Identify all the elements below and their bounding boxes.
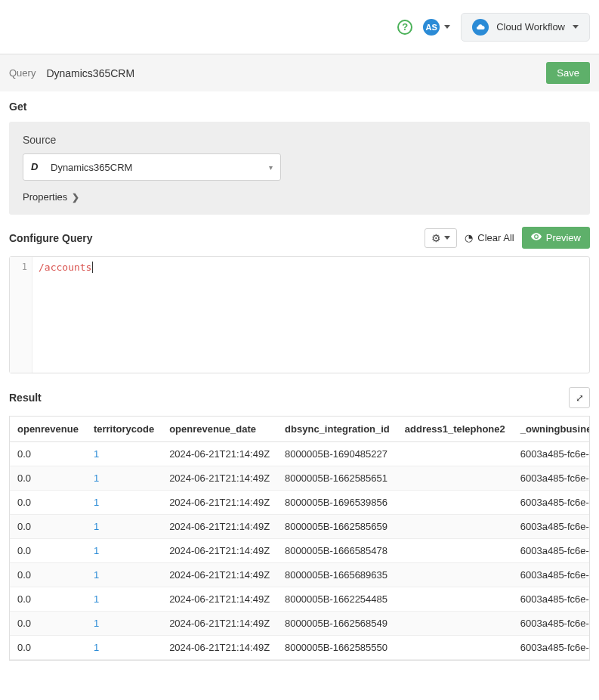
clear-all-label: Clear All [477, 232, 514, 243]
preview-button[interactable]: Preview [522, 227, 590, 249]
query-name: Dynamics365CRM [46, 67, 134, 79]
expand-icon: ⤢ [576, 392, 584, 404]
chevron-down-icon [573, 25, 579, 29]
editor-gutter: 1 [10, 257, 32, 373]
cell-openrevenue_date: 2024-06-21T21:14:49Z [162, 515, 277, 539]
cell-_owningbusiness: 6003a485-fc6e-e [513, 491, 590, 515]
cell-openrevenue_date: 2024-06-21T21:14:49Z [162, 612, 277, 636]
cell-openrevenue_date: 2024-06-21T21:14:49Z [162, 491, 277, 515]
editor-code: /accounts [39, 262, 93, 273]
cell-address1_telephone2 [397, 636, 513, 660]
app-header: ? AS Cloud Workflow [0, 0, 599, 54]
cell-dbsync_integration_id: 8000005B-1662585550 [277, 636, 397, 660]
source-value: Dynamics365CRM [51, 162, 132, 173]
cell-dbsync_integration_id: 8000005B-1662585651 [277, 466, 397, 491]
table-header-row: openrevenue territorycode openrevenue_da… [10, 417, 590, 442]
col-dbsync-integration-id[interactable]: dbsync_integration_id [277, 417, 397, 442]
cell-address1_telephone2 [397, 466, 513, 491]
cell-dbsync_integration_id: 8000005B-1690485227 [277, 442, 397, 466]
line-number: 1 [10, 262, 27, 272]
result-table-wrap: openrevenue territorycode openrevenue_da… [9, 416, 590, 661]
cell-territorycode: 1 [86, 539, 162, 563]
cell-address1_telephone2 [397, 491, 513, 515]
cell-openrevenue_date: 2024-06-21T21:14:49Z [162, 563, 277, 587]
cell-territorycode: 1 [86, 491, 162, 515]
cell-_owningbusiness: 6003a485-fc6e-e [513, 442, 590, 466]
cell-territorycode: 1 [86, 442, 162, 466]
clear-all-button[interactable]: ◔ Clear All [465, 232, 514, 243]
save-button[interactable]: Save [546, 62, 590, 84]
col-owningbusiness[interactable]: _owningbusiness [513, 417, 590, 442]
expand-button[interactable]: ⤢ [569, 387, 590, 408]
cell-dbsync_integration_id: 8000005B-1662568549 [277, 612, 397, 636]
eye-icon [531, 231, 542, 244]
configure-query-title: Configure Query [9, 232, 92, 244]
dynamics-icon: D [31, 161, 43, 173]
cell-_owningbusiness: 6003a485-fc6e-e [513, 636, 590, 660]
table-row[interactable]: 0.012024-06-21T21:14:49Z8000005B-1662585… [10, 515, 590, 539]
cell-openrevenue: 0.0 [10, 466, 86, 491]
cell-openrevenue_date: 2024-06-21T21:14:49Z [162, 539, 277, 563]
get-section-title: Get [9, 101, 590, 113]
table-row[interactable]: 0.012024-06-21T21:14:49Z8000005B-1662585… [10, 466, 590, 491]
properties-label: Properties [23, 191, 67, 203]
col-address1-telephone2[interactable]: address1_telephone2 [397, 417, 513, 442]
cell-dbsync_integration_id: 8000005B-1662585659 [277, 515, 397, 539]
cloud-workflow-icon [472, 19, 489, 36]
cell-openrevenue: 0.0 [10, 636, 86, 660]
cell-openrevenue: 0.0 [10, 491, 86, 515]
query-label: Query [9, 67, 36, 79]
cell-territorycode: 1 [86, 563, 162, 587]
cell-_owningbusiness: 6003a485-fc6e-e [513, 612, 590, 636]
properties-expander[interactable]: Properties ❯ [23, 191, 576, 203]
settings-dropdown[interactable]: ⚙ [425, 228, 457, 248]
cell-dbsync_integration_id: 8000005B-1666585478 [277, 539, 397, 563]
table-row[interactable]: 0.012024-06-21T21:14:49Z8000005B-1696539… [10, 491, 590, 515]
cell-openrevenue_date: 2024-06-21T21:14:49Z [162, 466, 277, 491]
avatar: AS [423, 19, 440, 36]
cell-_owningbusiness: 6003a485-fc6e-e [513, 466, 590, 491]
cell-territorycode: 1 [86, 466, 162, 491]
source-label: Source [23, 134, 576, 146]
query-bar: Query Dynamics365CRM Save [0, 54, 599, 91]
chevron-down-icon: ▾ [269, 163, 273, 172]
table-row[interactable]: 0.012024-06-21T21:14:49Z8000005B-1665689… [10, 563, 590, 587]
table-row[interactable]: 0.012024-06-21T21:14:49Z8000005B-1662585… [10, 636, 590, 660]
cell-territorycode: 1 [86, 612, 162, 636]
query-editor[interactable]: 1 /accounts [9, 256, 590, 373]
col-openrevenue-date[interactable]: openrevenue_date [162, 417, 277, 442]
col-territorycode[interactable]: territorycode [86, 417, 162, 442]
cell-_owningbusiness: 6003a485-fc6e-e [513, 563, 590, 587]
eraser-icon: ◔ [465, 232, 473, 243]
user-menu[interactable]: AS [423, 19, 450, 36]
cell-_owningbusiness: 6003a485-fc6e-e [513, 587, 590, 612]
table-row[interactable]: 0.012024-06-21T21:14:49Z8000005B-1662254… [10, 587, 590, 612]
cell-territorycode: 1 [86, 587, 162, 612]
table-row[interactable]: 0.012024-06-21T21:14:49Z8000005B-1690485… [10, 442, 590, 466]
cloud-workflow-dropdown[interactable]: Cloud Workflow [461, 13, 590, 42]
cell-openrevenue: 0.0 [10, 515, 86, 539]
cell-openrevenue: 0.0 [10, 587, 86, 612]
cell-openrevenue_date: 2024-06-21T21:14:49Z [162, 587, 277, 612]
cell-address1_telephone2 [397, 587, 513, 612]
chevron-down-icon [444, 236, 450, 240]
editor-content[interactable]: /accounts [32, 257, 589, 373]
cell-openrevenue: 0.0 [10, 563, 86, 587]
cell-dbsync_integration_id: 8000005B-1665689635 [277, 563, 397, 587]
cell-openrevenue: 0.0 [10, 539, 86, 563]
cell-address1_telephone2 [397, 442, 513, 466]
table-row[interactable]: 0.012024-06-21T21:14:49Z8000005B-1662568… [10, 612, 590, 636]
col-openrevenue[interactable]: openrevenue [10, 417, 86, 442]
cell-openrevenue: 0.0 [10, 612, 86, 636]
cell-address1_telephone2 [397, 539, 513, 563]
cell-territorycode: 1 [86, 636, 162, 660]
preview-label: Preview [546, 232, 581, 243]
table-row[interactable]: 0.012024-06-21T21:14:49Z8000005B-1666585… [10, 539, 590, 563]
help-icon[interactable]: ? [397, 20, 412, 35]
gear-icon: ⚙ [431, 232, 441, 244]
cell-_owningbusiness: 6003a485-fc6e-e [513, 515, 590, 539]
cell-address1_telephone2 [397, 563, 513, 587]
source-select[interactable]: D Dynamics365CRM ▾ [23, 153, 281, 181]
result-table: openrevenue territorycode openrevenue_da… [10, 417, 590, 660]
cell-territorycode: 1 [86, 515, 162, 539]
